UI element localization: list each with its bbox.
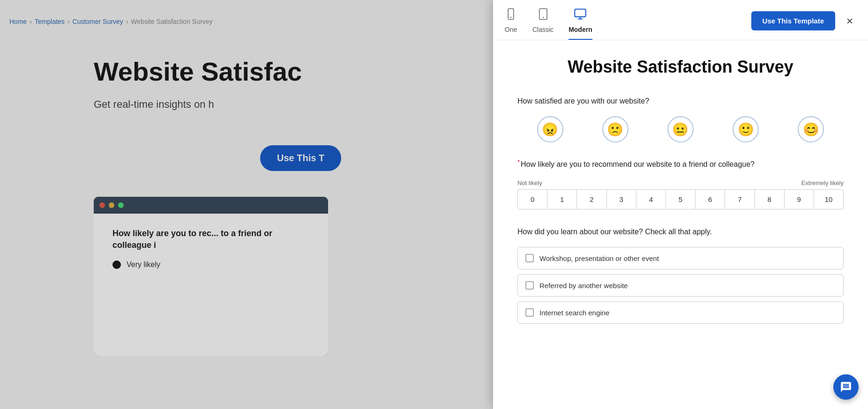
emoji-very-dissatisfied[interactable]: 😠 [537, 116, 563, 142]
q3-section: How did you learn about our website? Che… [517, 226, 844, 324]
nps-2[interactable]: 2 [577, 190, 606, 209]
nps-5[interactable]: 5 [666, 190, 696, 209]
nps-scale: 0 1 2 3 4 5 6 7 8 9 10 [517, 189, 844, 209]
nps-6[interactable]: 6 [696, 190, 725, 209]
bg-preview-box: How likely are you to rec... to a friend… [94, 197, 328, 356]
checkbox-search-label: Internet search engine [539, 309, 609, 317]
nps-1[interactable]: 1 [547, 190, 577, 209]
q1-section: How satisfied are you with our website? … [517, 96, 844, 142]
chat-icon [840, 381, 852, 393]
tab-one-label: One [505, 26, 517, 33]
desktop-icon [574, 7, 587, 22]
q2-section: *How likely are you to recommend our web… [517, 157, 844, 209]
svg-rect-4 [575, 9, 586, 17]
tab-modern-label: Modern [569, 26, 592, 33]
emoji-satisfied[interactable]: 🙂 [733, 116, 759, 142]
checkbox-referred-label: Referred by another website [539, 282, 628, 290]
nps-7[interactable]: 7 [725, 190, 755, 209]
tab-one[interactable]: One [504, 7, 517, 40]
tab-classic[interactable]: Classic [532, 7, 554, 40]
chat-widget-button[interactable] [833, 374, 859, 400]
nps-labels: Not likely Extremely likely [517, 179, 844, 186]
q1-label: How satisfied are you with our website? [517, 96, 844, 107]
nps-10[interactable]: 10 [814, 190, 843, 209]
tab-modern[interactable]: Modern [569, 7, 592, 40]
bg-preview-option: Very likely [127, 260, 160, 269]
q2-required-marker: * [517, 158, 520, 165]
checkbox-search-box [525, 308, 534, 317]
breadcrumb: Home › Templates › Customer Survey › Web… [9, 18, 212, 25]
checkbox-referred-box [525, 281, 534, 290]
emoji-row: 😠 🙁 😐 🙂 😊 [517, 116, 844, 142]
checkbox-workshop-label: Workshop, presentation or other event [539, 254, 659, 262]
use-template-button[interactable]: Use This Template [751, 11, 835, 30]
panel-header: One Classic [493, 0, 868, 40]
breadcrumb-home[interactable]: Home [9, 18, 27, 25]
close-button[interactable]: × [843, 13, 857, 30]
device-tabs: One Classic [504, 7, 592, 40]
template-preview-panel: One Classic [493, 0, 868, 409]
emoji-very-satisfied[interactable]: 😊 [798, 116, 824, 142]
checkbox-workshop-box [525, 254, 534, 262]
bg-page-subtitle: Get real-time insights on h [94, 98, 214, 111]
nps-min-label: Not likely [517, 179, 542, 186]
bg-page-title: Website Satisfac [94, 56, 302, 87]
breadcrumb-current: Website Satisfaction Survey [131, 18, 212, 25]
checkbox-group: Workshop, presentation or other event Re… [517, 247, 844, 324]
nps-8[interactable]: 8 [755, 190, 785, 209]
tablet-icon [537, 7, 550, 22]
nps-9[interactable]: 9 [785, 190, 814, 209]
bg-preview-question: How likely are you to rec... to a friend… [112, 228, 309, 251]
q3-label: How did you learn about our website? Che… [517, 226, 844, 238]
checkbox-workshop[interactable]: Workshop, presentation or other event [517, 247, 844, 269]
emoji-dissatisfied[interactable]: 🙁 [602, 116, 629, 142]
tab-classic-label: Classic [532, 26, 554, 33]
mobile-icon [504, 7, 517, 22]
breadcrumb-category[interactable]: Customer Survey [73, 18, 123, 25]
checkbox-referred[interactable]: Referred by another website [517, 274, 844, 297]
nps-4[interactable]: 4 [636, 190, 666, 209]
breadcrumb-templates[interactable]: Templates [35, 18, 65, 25]
checkbox-search[interactable]: Internet search engine [517, 301, 844, 324]
emoji-neutral[interactable]: 😐 [667, 116, 694, 142]
bg-use-this-button[interactable]: Use This T [260, 145, 341, 171]
nps-max-label: Extremely likely [801, 179, 844, 186]
survey-title: Website Satisfaction Survey [517, 57, 844, 77]
panel-content: Website Satisfaction Survey How satisfie… [493, 40, 868, 409]
nps-0[interactable]: 0 [518, 190, 547, 209]
q2-label: *How likely are you to recommend our web… [517, 157, 844, 170]
nps-3[interactable]: 3 [607, 190, 636, 209]
panel-actions: Use This Template × [751, 11, 857, 36]
